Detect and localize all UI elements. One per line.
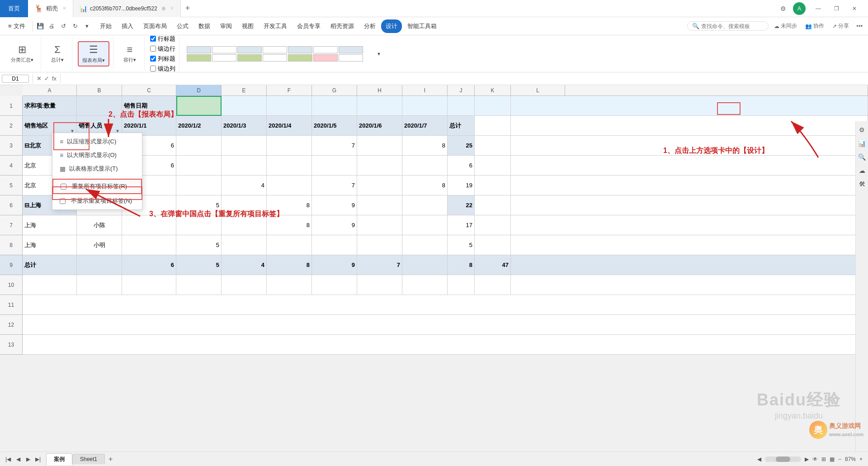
cell-K2[interactable] — [475, 116, 511, 136]
cell-I2[interactable]: 2020/1/7 — [402, 116, 448, 136]
cell-I5[interactable]: 8 — [402, 176, 448, 195]
cell-F2[interactable]: 2020/1/4 — [267, 116, 312, 136]
avatar[interactable]: A — [793, 2, 806, 15]
cell-I6[interactable] — [402, 195, 448, 215]
cell-ref-input[interactable]: D1 — [2, 75, 29, 83]
row-header-1[interactable]: 1 — [0, 96, 23, 116]
cell-J6[interactable]: 22 — [448, 195, 475, 215]
save-icon[interactable]: 💾 — [35, 21, 46, 32]
style-swatch-5[interactable] — [288, 46, 312, 53]
sidebar-tool-5[interactable]: 🛠 — [857, 179, 867, 189]
more-menu-button[interactable]: ••• — [854, 23, 864, 29]
menu-resources[interactable]: 稻壳资源 — [326, 19, 359, 33]
cell-E4[interactable] — [222, 156, 267, 176]
share-button[interactable]: ↗ 分享 — [830, 22, 852, 30]
home-tab[interactable]: 首页 — [0, 0, 28, 17]
cell-K9[interactable]: 47 — [475, 255, 511, 275]
cell-G5[interactable]: 7 — [312, 176, 357, 195]
new-tab-button[interactable]: + — [181, 0, 195, 17]
cell-J10[interactable] — [448, 275, 475, 295]
cell-K5[interactable] — [475, 176, 511, 195]
col-header-F[interactable]: F — [267, 85, 312, 96]
row-labels-checkbox[interactable] — [150, 36, 156, 42]
cell-F1[interactable] — [267, 96, 312, 116]
cell-J4[interactable]: 6 — [448, 156, 475, 176]
formula-cancel-icon[interactable]: ✕ — [37, 75, 42, 82]
cell-F7[interactable]: 8 — [267, 215, 312, 235]
cell-J9[interactable]: 8 — [448, 255, 475, 275]
sync-button[interactable]: ☁ 未同步 — [771, 22, 800, 30]
style-swatch-7[interactable] — [339, 46, 363, 53]
style-swatch-11[interactable] — [263, 54, 287, 62]
cell-E6[interactable] — [222, 195, 267, 215]
cell-F6[interactable]: 8 — [267, 195, 312, 215]
menu-member[interactable]: 会员专享 — [292, 19, 325, 33]
cell-I10[interactable] — [402, 275, 448, 295]
menu-data[interactable]: 数据 — [194, 19, 215, 33]
cell-F10[interactable] — [267, 275, 312, 295]
cell-row13[interactable] — [23, 335, 868, 355]
cell-I7[interactable] — [402, 215, 448, 235]
sidebar-tool-2[interactable]: 📊 — [857, 138, 867, 148]
cell-G7[interactable]: 9 — [312, 215, 357, 235]
settings-icon[interactable]: ⚙ — [777, 2, 789, 15]
row-header-8[interactable]: 8 — [0, 235, 23, 255]
cell-D7[interactable] — [176, 215, 222, 235]
dropdown-item-table[interactable]: ▦ 以表格形式显示(T) — [52, 162, 142, 176]
cell-H4[interactable] — [357, 156, 402, 176]
cell-E7[interactable] — [222, 215, 267, 235]
cell-I8[interactable] — [402, 235, 448, 255]
cell-H2[interactable]: 2020/1/6 — [357, 116, 402, 136]
cell-J3[interactable]: 25 — [448, 136, 475, 156]
row-header-5[interactable]: 5 — [0, 176, 23, 195]
cell-C9[interactable]: 6 — [122, 255, 176, 275]
cell-H6[interactable] — [357, 195, 402, 215]
row-header-12[interactable]: 12 — [0, 315, 23, 335]
menu-page-layout[interactable]: 页面布局 — [139, 19, 171, 33]
cell-D9[interactable]: 5 — [176, 255, 222, 275]
cell-J1[interactable] — [448, 96, 475, 116]
menu-analyze[interactable]: 分析 — [359, 19, 380, 33]
cell-G8[interactable] — [312, 235, 357, 255]
cell-K7[interactable] — [475, 215, 511, 235]
close-app-tab-icon[interactable]: ✕ — [62, 5, 66, 11]
cell-B1[interactable] — [77, 96, 122, 116]
view-grid-icon[interactable]: ⊞ — [821, 456, 826, 462]
undo-icon[interactable]: ↺ — [58, 21, 69, 32]
cell-L5[interactable] — [511, 176, 868, 195]
col-labels-checkbox[interactable] — [150, 56, 156, 62]
cell-A8[interactable]: 上海 — [23, 235, 77, 255]
cell-I3[interactable]: 8 — [402, 136, 448, 156]
cell-E5[interactable]: 4 — [222, 176, 267, 195]
row-header-13[interactable]: 13 — [0, 335, 23, 355]
cell-I4[interactable] — [402, 156, 448, 176]
menu-review[interactable]: 审阅 — [216, 19, 236, 33]
cell-J5[interactable]: 19 — [448, 176, 475, 195]
row-header-4[interactable]: 4 — [0, 156, 23, 176]
cell-G10[interactable] — [312, 275, 357, 295]
cell-L2[interactable] — [511, 116, 868, 136]
row-button[interactable]: ≡ 容行▾ — [119, 42, 141, 65]
style-swatch-3[interactable] — [237, 46, 262, 53]
cell-E10[interactable] — [222, 275, 267, 295]
cell-D5[interactable] — [176, 176, 222, 195]
cell-J2[interactable]: 总计 — [448, 116, 475, 136]
close-file-tab-icon[interactable]: ✕ — [170, 5, 174, 11]
view-normal-icon[interactable]: 👁 — [812, 456, 818, 462]
style-swatch-6[interactable] — [313, 46, 338, 53]
zoom-out-button[interactable]: − — [838, 456, 841, 462]
cell-I1[interactable] — [402, 96, 448, 116]
scroll-right-icon[interactable]: ▶ — [805, 456, 809, 462]
app-tab[interactable]: 🦌 稻壳 ✕ — [28, 0, 73, 17]
cell-G4[interactable] — [312, 156, 357, 176]
maximize-button[interactable]: ❐ — [827, 0, 845, 17]
cell-L4[interactable] — [511, 156, 868, 176]
nav-last-button[interactable]: ▶| — [33, 455, 42, 464]
cell-D6[interactable]: 5 — [176, 195, 222, 215]
sheet-tab-case[interactable]: 案例 — [46, 453, 72, 465]
cell-B7[interactable]: 小陈 — [77, 215, 122, 235]
cell-E1[interactable] — [222, 96, 267, 116]
cell-F5[interactable] — [267, 176, 312, 195]
cell-K4[interactable] — [475, 156, 511, 176]
cell-H1[interactable] — [357, 96, 402, 116]
